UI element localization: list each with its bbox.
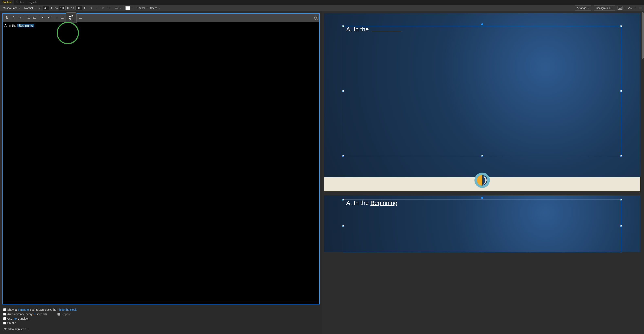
svg-point-13 [27,17,28,18]
caret-icon [611,8,613,9]
scrollbar-thumb[interactable] [642,12,644,59]
svg-point-11 [631,7,631,8]
opt-text: Repeat [62,312,70,316]
transition-checkbox[interactable] [3,317,6,320]
line-height-input[interactable] [59,6,66,10]
fill-blank-token[interactable]: Beginning [18,24,34,27]
svg-text:A: A [619,7,621,9]
menu-button[interactable] [56,15,60,21]
send-to-sign-feed[interactable]: Send to sign feed [3,327,319,331]
editor-toolbar: B I TT 123 [3,14,319,22]
resize-handle[interactable] [342,199,344,200]
tab-content[interactable]: Content [0,0,14,5]
repeat-checkbox[interactable] [58,313,60,315]
italic-button[interactable]: I [10,15,16,21]
shuffle-checkbox[interactable] [3,322,6,324]
number-list-button[interactable]: 123 [32,15,38,21]
allcaps-button[interactable]: TT [106,6,112,11]
preview-slide-2[interactable]: A. In the Beginning [324,195,640,252]
countdown-checkbox[interactable] [3,308,6,311]
bullet-list-button[interactable] [25,15,31,21]
tab-signals[interactable]: Signals [26,0,40,5]
caret-icon [18,8,20,9]
autoadvance-value-link[interactable]: 3 [34,312,36,316]
svg-text:3: 3 [33,18,34,19]
svg-marker-30 [48,17,49,19]
rotate-handle[interactable] [481,197,483,199]
background-label: Background [596,7,610,10]
autoadvance-checkbox[interactable] [3,313,6,315]
caret-icon [120,8,121,9]
resize-handle[interactable] [620,199,622,200]
svg-marker-1 [50,8,52,9]
styles-select[interactable]: Styles [149,6,161,10]
effects-select[interactable]: Effects [136,6,149,10]
resize-handle[interactable] [620,90,622,92]
editor-textarea[interactable]: A. In the Beginning [3,22,319,304]
resize-handle[interactable] [342,155,344,157]
resize-handle[interactable] [342,90,344,92]
caret-icon [158,8,160,9]
italic-button[interactable]: I [94,6,100,11]
tracking-stepper[interactable] [84,7,86,10]
caret-icon [588,8,589,9]
resize-handle[interactable] [342,25,344,27]
align-left-icon [115,7,118,9]
opt-text: Shuffle [7,321,16,325]
line-height-stepper[interactable] [67,7,69,10]
svg-marker-3 [67,8,68,9]
format-toolbar: Museo Sans Normal TT A A V [0,5,644,11]
font-select[interactable]: Museo Sans [2,6,21,10]
countdown-end-link[interactable]: hide the clock [59,308,77,311]
textbox-selection[interactable] [343,26,621,156]
send-label: Send to sign feed [4,327,26,331]
resize-handle[interactable] [481,155,483,157]
align-select[interactable] [114,7,122,10]
bold-button[interactable]: B [88,6,94,11]
blank-line [371,26,402,31]
top-tabs: Content Notes Signals [0,0,644,5]
arrange-select[interactable]: Arrange [574,6,591,11]
svg-marker-4 [84,7,86,8]
svg-point-17 [27,19,28,19]
caret-icon [27,329,29,329]
svg-point-15 [27,18,28,18]
textbox-selection[interactable] [343,199,621,252]
svg-rect-12 [639,7,642,9]
smallcaps-button[interactable]: TT [16,15,23,21]
preview-slide-1[interactable]: A. In the [324,13,640,191]
shape-tool-button[interactable] [628,6,633,10]
font-size-icon: TT [39,7,42,10]
mountain-icon [628,7,632,10]
svg-marker-26 [42,17,43,19]
fill-color-swatch [126,6,130,10]
caret-icon [624,8,626,9]
resize-handle[interactable] [620,25,622,27]
countdown-minutes-link[interactable]: 5 minute [18,308,29,311]
weight-select[interactable]: Normal [24,6,36,10]
outdent-button[interactable] [40,15,46,21]
bold-button[interactable]: B [4,15,10,21]
opt-text: transition [18,317,29,320]
text-tool-button[interactable]: A [617,6,622,10]
background-select[interactable]: Background [594,6,615,11]
preview-pane[interactable]: A. In the [322,11,644,334]
smallcaps-button[interactable]: TT [100,6,106,11]
resize-handle[interactable] [620,225,622,227]
resize-handle[interactable] [620,155,622,157]
effects-label: Effects [137,7,145,10]
tracking-input[interactable] [76,6,82,10]
extra-tool-button[interactable] [638,6,643,10]
info-button[interactable]: i [314,16,318,20]
font-size-stepper[interactable] [50,7,52,10]
font-size-input[interactable] [42,6,49,10]
transition-link[interactable]: no [14,317,17,320]
rotate-handle[interactable] [481,23,483,25]
fill-in-blank-button[interactable]: AB C [66,12,77,23]
fill-color-select[interactable] [125,6,134,10]
tracking-icon: A V [71,7,75,9]
indent-button[interactable] [47,15,53,21]
svg-marker-33 [57,17,58,19]
tab-notes[interactable]: Notes [14,0,26,5]
resize-handle[interactable] [342,225,344,227]
